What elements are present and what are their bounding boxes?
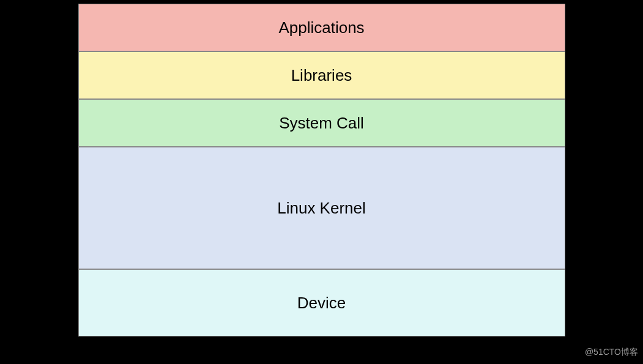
layer-systemcall: System Call (78, 99, 565, 147)
watermark: @51CTO博客 (585, 347, 638, 358)
layer-libraries: Libraries (78, 51, 565, 99)
layer-systemcall-label: System Call (279, 114, 364, 133)
layer-applications: Applications (78, 4, 565, 51)
layer-applications-label: Applications (278, 18, 364, 37)
layer-device: Device (78, 269, 565, 336)
layer-device-label: Device (297, 294, 346, 313)
layer-kernel: Linux Kernel (78, 147, 565, 269)
layer-kernel-label: Linux Kernel (277, 199, 366, 218)
layer-libraries-label: Libraries (291, 66, 352, 85)
architecture-stack: Applications Libraries System Call Linux… (78, 4, 565, 336)
